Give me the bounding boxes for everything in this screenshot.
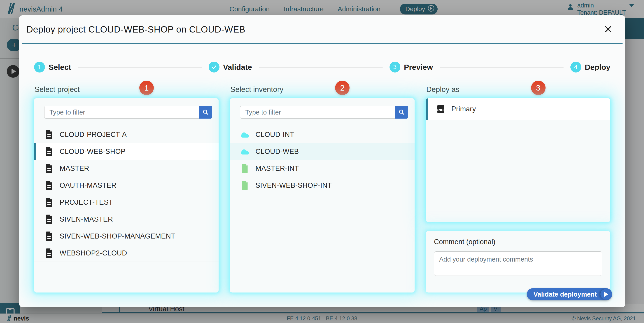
search-icon bbox=[398, 109, 405, 116]
cloud-icon bbox=[240, 148, 250, 155]
item-label: MASTER-INT bbox=[256, 164, 299, 172]
document-icon bbox=[44, 198, 54, 207]
selection-columns: Select project 1 bbox=[34, 82, 610, 292]
list-item[interactable]: PROJECT-TEST bbox=[34, 194, 218, 211]
stepper-step: 1 Select bbox=[34, 62, 71, 72]
item-label: CLOUD-WEB bbox=[256, 148, 299, 156]
list-item[interactable]: CLOUD-WEB bbox=[230, 143, 414, 160]
project-filter-row bbox=[34, 98, 218, 118]
item-label: CLOUD-PROJECT-A bbox=[60, 130, 127, 139]
item-label: MASTER bbox=[60, 164, 89, 172]
inventory-filter-input[interactable] bbox=[240, 106, 394, 118]
step-indicator bbox=[209, 62, 220, 72]
step-badge-3: 3 bbox=[531, 81, 546, 95]
item-label: SIVEN-WEB-SHOP-MANAGEMENT bbox=[60, 232, 175, 240]
dialog-footer: Validate deployment bbox=[527, 288, 612, 300]
close-icon bbox=[604, 24, 612, 34]
list-item[interactable]: WEBSHOP2-CLOUD bbox=[34, 245, 218, 262]
item-label: SIVEN-WEB-SHOP-INT bbox=[256, 182, 332, 190]
step-label: Deploy bbox=[585, 63, 610, 72]
inventory-search-button[interactable] bbox=[395, 106, 408, 118]
dialog-body: 1 Select Validate 3 Preview 4 bbox=[19, 44, 625, 292]
list-item[interactable]: CLOUD-INT bbox=[230, 126, 414, 143]
project-column-header: Select project 1 bbox=[34, 82, 218, 98]
item-label: PROJECT-TEST bbox=[60, 198, 113, 206]
validate-deployment-button[interactable]: Validate deployment bbox=[527, 288, 612, 300]
project-filter-input[interactable] bbox=[44, 106, 199, 118]
dialog-title: Deploy project CLOUD-WEB-SHOP on CLOUD-W… bbox=[26, 24, 245, 34]
item-label: SIVEN-MASTER bbox=[60, 215, 113, 224]
inventory-filter-row bbox=[230, 98, 414, 118]
document-icon bbox=[44, 180, 54, 190]
inventory-panel: CLOUD-INT CLOUD-WEB MASTER-INT bbox=[230, 98, 414, 292]
cloud-icon bbox=[240, 131, 250, 138]
list-item[interactable]: SIVEN-MASTER bbox=[34, 211, 218, 228]
step-connector bbox=[78, 67, 202, 68]
inventory-header-label: Select inventory bbox=[230, 85, 284, 94]
item-label: OAUTH-MASTER bbox=[60, 182, 116, 190]
deploy-as-column-header: Deploy as 3 bbox=[426, 82, 610, 98]
step-badge-2: 2 bbox=[335, 81, 350, 95]
list-item[interactable]: CLOUD-WEB-SHOP bbox=[34, 143, 218, 160]
deploy-as-list: Primary bbox=[426, 98, 610, 120]
deploy-as-panel: Primary bbox=[426, 98, 610, 222]
deploy-dialog: Deploy project CLOUD-WEB-SHOP on CLOUD-W… bbox=[19, 15, 625, 307]
document-icon bbox=[44, 146, 54, 156]
list-item[interactable]: CLOUD-PROJECT-A bbox=[34, 126, 218, 143]
list-item[interactable]: Primary bbox=[426, 98, 610, 120]
project-column: Select project 1 bbox=[34, 82, 218, 292]
step-connector bbox=[440, 67, 564, 68]
comment-textarea[interactable] bbox=[434, 252, 602, 276]
stepper: 1 Select Validate 3 Preview 4 bbox=[34, 62, 610, 72]
project-header-label: Select project bbox=[34, 85, 80, 94]
list-item[interactable]: OAUTH-MASTER bbox=[34, 177, 218, 194]
close-button[interactable] bbox=[603, 24, 614, 35]
document-icon bbox=[44, 164, 54, 174]
step-label: Select bbox=[48, 63, 71, 72]
search-icon bbox=[202, 109, 209, 116]
stepper-step: 3 Preview bbox=[390, 62, 433, 72]
item-label: Primary bbox=[452, 105, 476, 113]
list-item[interactable]: SIVEN-WEB-SHOP-INT bbox=[230, 177, 414, 194]
deploy-as-header-label: Deploy as bbox=[426, 85, 460, 94]
item-label: WEBSHOP2-CLOUD bbox=[60, 249, 127, 257]
step-connector bbox=[259, 67, 382, 68]
step-indicator: 4 bbox=[570, 62, 581, 72]
play-circle-icon bbox=[600, 289, 611, 300]
list-item[interactable]: MASTER bbox=[34, 160, 218, 177]
inventory-list: CLOUD-INT CLOUD-WEB MASTER-INT bbox=[230, 126, 414, 194]
check-icon bbox=[209, 62, 220, 72]
deploy-as-column: Deploy as 3 Primary Comment (optional) bbox=[426, 82, 610, 292]
item-label: CLOUD-INT bbox=[256, 130, 294, 139]
document-icon bbox=[44, 214, 54, 224]
step-badge-1: 1 bbox=[139, 81, 154, 95]
step-label: Validate bbox=[223, 63, 252, 72]
step-indicator: 3 bbox=[390, 62, 400, 72]
inventory-column: Select inventory 2 bbox=[230, 82, 414, 292]
list-item[interactable]: SIVEN-WEB-SHOP-MANAGEMENT bbox=[34, 228, 218, 245]
project-panel: CLOUD-PROJECT-A CLOUD-WEB-SHOP MASTER bbox=[34, 98, 218, 292]
file-icon bbox=[240, 164, 250, 174]
inventory-column-header: Select inventory 2 bbox=[230, 82, 414, 98]
document-icon bbox=[44, 130, 54, 140]
document-icon bbox=[44, 231, 54, 241]
file-icon bbox=[240, 180, 250, 190]
dialog-header: Deploy project CLOUD-WEB-SHOP on CLOUD-W… bbox=[19, 15, 625, 43]
step-indicator: 1 bbox=[34, 62, 45, 72]
stepper-step: Validate bbox=[209, 62, 252, 72]
stepper-step: 4 Deploy bbox=[570, 62, 610, 72]
step-label: Preview bbox=[404, 63, 433, 72]
list-item[interactable]: MASTER-INT bbox=[230, 160, 414, 177]
server-stack-icon bbox=[436, 104, 446, 114]
project-list: CLOUD-PROJECT-A CLOUD-WEB-SHOP MASTER bbox=[34, 126, 218, 262]
project-search-button[interactable] bbox=[199, 106, 212, 118]
comment-panel: Comment (optional) bbox=[426, 231, 610, 292]
item-label: CLOUD-WEB-SHOP bbox=[60, 148, 126, 156]
document-icon bbox=[44, 248, 54, 258]
comment-header-label: Comment (optional) bbox=[426, 231, 610, 246]
validate-deployment-label: Validate deployment bbox=[534, 291, 597, 298]
